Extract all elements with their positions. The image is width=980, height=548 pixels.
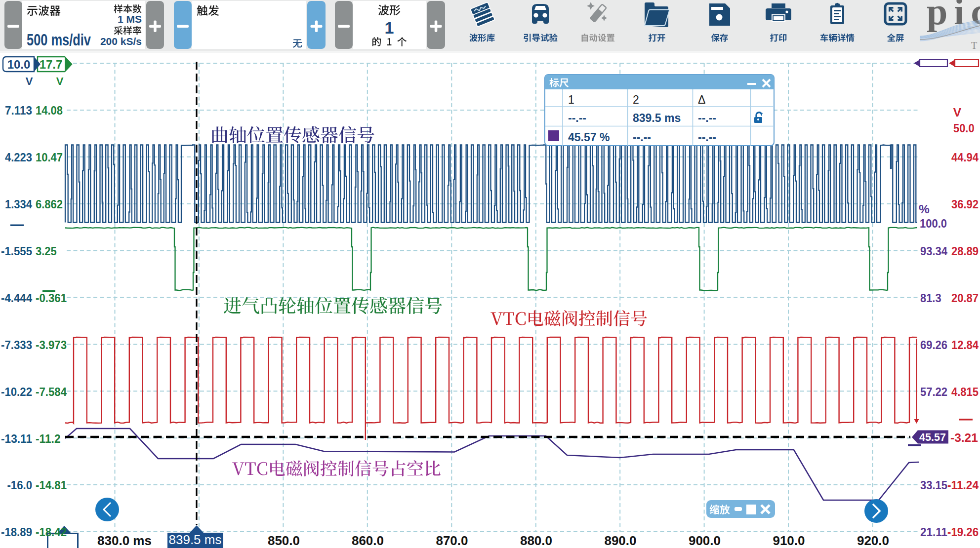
svg-text:69.26: 69.26 xyxy=(920,338,947,352)
svg-text:28.89: 28.89 xyxy=(951,244,979,258)
svg-text:T: T xyxy=(971,40,977,51)
svg-text:21.11: 21.11 xyxy=(920,525,947,539)
svg-text:900.0: 900.0 xyxy=(689,533,721,548)
svg-text:14.08: 14.08 xyxy=(36,104,63,117)
svg-text:850.0: 850.0 xyxy=(268,533,300,548)
svg-text:-0.361: -0.361 xyxy=(36,291,67,305)
svg-text:--.--: --.-- xyxy=(633,131,651,144)
svg-text:839.5 ms: 839.5 ms xyxy=(169,532,222,547)
svg-text:-10.22: -10.22 xyxy=(1,385,32,398)
svg-text:--.--: --.-- xyxy=(568,112,586,124)
svg-text:-13.11: -13.11 xyxy=(1,432,32,445)
svg-text:-19.26: -19.26 xyxy=(947,525,979,539)
svg-text:870.0: 870.0 xyxy=(436,533,468,548)
svg-text:33.15: 33.15 xyxy=(920,478,947,492)
svg-text:-7.584: -7.584 xyxy=(36,385,67,398)
svg-text:839.5 ms: 839.5 ms xyxy=(633,112,681,124)
svg-text:36.92: 36.92 xyxy=(951,197,979,211)
svg-text:1 MS: 1 MS xyxy=(118,13,142,25)
svg-text:%: % xyxy=(919,202,930,216)
svg-text:44.94: 44.94 xyxy=(951,151,979,164)
svg-text:17.7: 17.7 xyxy=(40,58,63,71)
svg-text:-16.0: -16.0 xyxy=(7,478,32,492)
svg-text:1: 1 xyxy=(385,18,394,37)
svg-text:-4.444: -4.444 xyxy=(1,291,32,305)
svg-text:Δ: Δ xyxy=(698,93,705,106)
svg-text:81.3: 81.3 xyxy=(920,291,941,305)
svg-text:--.--: --.-- xyxy=(698,112,716,124)
svg-text:-18.89: -18.89 xyxy=(1,525,32,539)
svg-text:880.0: 880.0 xyxy=(520,533,552,548)
svg-text:4.223: 4.223 xyxy=(5,151,32,164)
svg-text:100.0: 100.0 xyxy=(920,217,947,230)
svg-text:V: V xyxy=(56,75,64,87)
svg-text:6.862: 6.862 xyxy=(36,197,63,211)
svg-text:910.0: 910.0 xyxy=(773,533,805,548)
svg-text:-11.2: -11.2 xyxy=(36,432,61,445)
svg-text:V: V xyxy=(953,106,962,119)
svg-text:1: 1 xyxy=(568,93,574,106)
svg-text:57.22: 57.22 xyxy=(920,385,947,398)
svg-text:-18.42: -18.42 xyxy=(36,525,67,539)
svg-text:500 ms/div: 500 ms/div xyxy=(27,30,91,49)
svg-text:920.0: 920.0 xyxy=(857,533,889,548)
svg-text:-3.21: -3.21 xyxy=(950,431,978,444)
svg-text:12.84: 12.84 xyxy=(951,338,979,352)
svg-text:830.0 ms: 830.0 ms xyxy=(97,533,152,548)
svg-text:10.47: 10.47 xyxy=(36,151,63,164)
svg-text:45.57: 45.57 xyxy=(919,431,946,443)
svg-text:890.0: 890.0 xyxy=(604,533,636,548)
svg-text:45.57 %: 45.57 % xyxy=(568,131,610,144)
svg-text:860.0: 860.0 xyxy=(352,533,384,548)
svg-text:-7.333: -7.333 xyxy=(1,338,32,352)
svg-text:10.0: 10.0 xyxy=(7,58,31,71)
svg-text:-14.81: -14.81 xyxy=(36,478,67,492)
svg-text:20.87: 20.87 xyxy=(951,291,979,305)
svg-text:50.0: 50.0 xyxy=(953,121,975,135)
svg-text:V: V xyxy=(26,75,33,87)
svg-text:7.113: 7.113 xyxy=(5,104,32,117)
svg-text:200 kS/s: 200 kS/s xyxy=(100,36,142,47)
svg-text:-11.24: -11.24 xyxy=(947,478,979,492)
svg-text:-1.555: -1.555 xyxy=(1,244,32,258)
svg-text:4.815: 4.815 xyxy=(951,385,979,398)
svg-text:-3.973: -3.973 xyxy=(36,338,67,352)
svg-text:3.25: 3.25 xyxy=(36,244,57,258)
svg-text:1.334: 1.334 xyxy=(5,197,32,211)
svg-text:--.--: --.-- xyxy=(698,131,716,144)
svg-text:2: 2 xyxy=(633,93,639,106)
svg-text:93.34: 93.34 xyxy=(920,244,947,258)
